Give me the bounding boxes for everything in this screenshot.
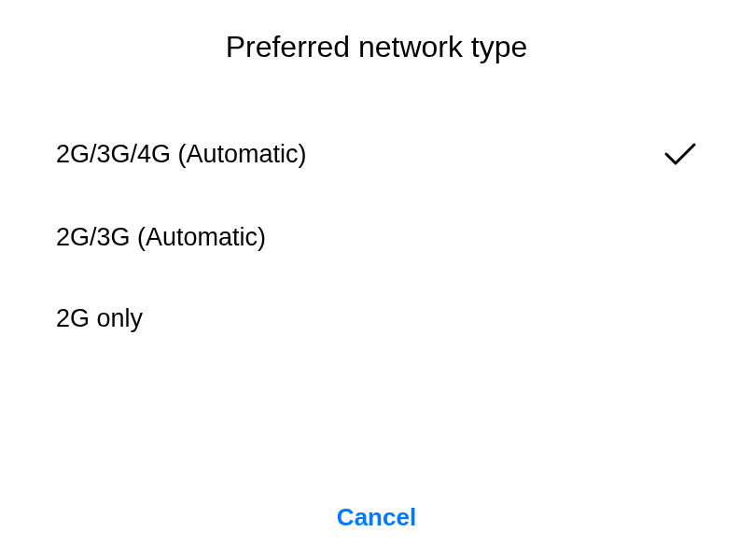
option-row-2g3g-automatic[interactable]: 2G/3G (Automatic) bbox=[56, 197, 697, 278]
option-row-2g3g4g-automatic[interactable]: 2G/3G/4G (Automatic) bbox=[56, 111, 697, 197]
dialog-title: Preferred network type bbox=[0, 0, 753, 111]
option-label: 2G/3G/4G (Automatic) bbox=[56, 140, 307, 169]
checkmark-icon bbox=[663, 137, 697, 171]
option-label: 2G/3G (Automatic) bbox=[56, 223, 266, 252]
cancel-button[interactable]: Cancel bbox=[0, 484, 753, 560]
option-row-2g-only[interactable]: 2G only bbox=[56, 278, 697, 359]
option-label: 2G only bbox=[56, 304, 143, 333]
options-list: 2G/3G/4G (Automatic) 2G/3G (Automatic) 2… bbox=[0, 111, 753, 484]
